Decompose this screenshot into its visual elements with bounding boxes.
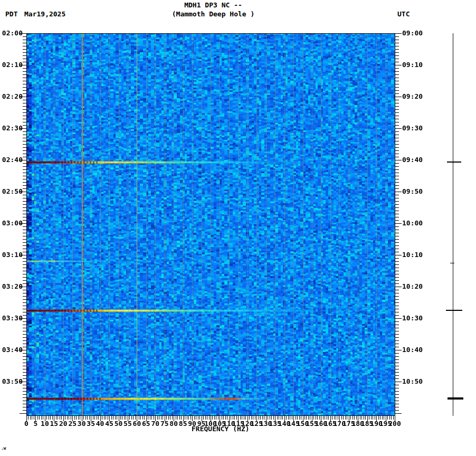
right-axis-tick-label: 09:20 [402,93,423,100]
frequency-tick-label: 200 [384,420,405,428]
footer-note: .w [1,446,6,451]
left-axis-tick-label: 02:30 [0,125,23,132]
left-axis-tick-label: 03:50 [0,378,23,385]
right-axis-tick-label: 09:30 [402,125,423,132]
right-axis-tick-label: 10:30 [402,315,423,322]
right-axis-tick-label: 09:50 [402,188,423,195]
right-axis-tick-label: 10:10 [402,251,423,259]
left-axis-tick-label: 03:20 [0,283,23,290]
left-axis-tick-label: 02:40 [0,156,23,164]
left-axis-tick-label: 02:50 [0,188,23,195]
right-axis-tick-label: 10:00 [402,220,423,227]
right-axis-tick-label: 09:00 [402,30,423,37]
left-axis-tick-label: 02:10 [0,61,23,69]
right-axis-tick-label: 10:50 [402,378,423,385]
right-axis-tick-label: 09:40 [402,156,423,164]
left-axis-tick-label: 03:40 [0,346,23,354]
left-axis-tick-label: 02:20 [0,93,23,100]
right-axis-tick-label: 10:20 [402,283,423,290]
spectrogram-page: PDT Mar19,2025 MDH1 DP3 NC -- (Mammoth D… [0,0,476,456]
left-axis-tick-label: 02:00 [0,30,23,37]
right-axis-tick-label: 09:10 [402,61,423,69]
right-axis-tick-label: 10:40 [402,346,423,354]
left-axis-tick-label: 03:30 [0,315,23,322]
left-axis-tick-label: 03:00 [0,220,23,227]
x-axis-title: FREQUENCY (HZ) [192,425,250,433]
left-axis-tick-label: 03:10 [0,251,23,259]
